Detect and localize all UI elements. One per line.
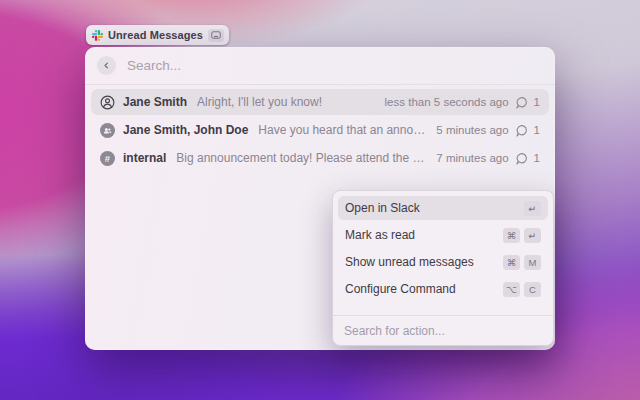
action-search-input[interactable]: Search for action... (333, 315, 553, 345)
message-preview: Have you heard that an announcement is c… (258, 123, 428, 137)
action-menu-items: Open in Slack ↵ Mark as read ⌘ ↵ Show un… (333, 191, 553, 309)
message-sender: internal (123, 151, 166, 165)
people-circle-icon (100, 123, 115, 138)
command-key-icon: ⌘ (503, 228, 520, 243)
speech-bubble-icon (515, 96, 528, 109)
channel-hash-icon: # (100, 151, 115, 166)
message-list: Jane Smith Alright, I'll let you know! l… (85, 85, 555, 177)
action-label: Show unread messages (345, 255, 474, 269)
back-button[interactable] (97, 56, 116, 75)
backspace-key-icon (208, 29, 224, 42)
message-row-jane-smith[interactable]: Jane Smith Alright, I'll let you know! l… (91, 89, 549, 115)
m-key: M (524, 255, 541, 270)
return-key-icon: ↵ (524, 201, 541, 216)
slack-logo-icon (92, 30, 103, 41)
action-label: Mark as read (345, 228, 415, 242)
unread-count: 1 (534, 152, 540, 164)
message-time: 5 minutes ago (436, 124, 508, 136)
person-circle-icon (100, 95, 115, 110)
action-menu: Open in Slack ↵ Mark as read ⌘ ↵ Show un… (332, 190, 554, 346)
c-key: C (524, 282, 541, 297)
unread-count: 1 (534, 124, 540, 136)
action-configure-command[interactable]: Configure Command ⌥ C (338, 277, 548, 301)
message-sender: Jane Smith (123, 95, 187, 109)
search-bar: Search... (85, 47, 555, 84)
command-key-icon: ⌘ (503, 255, 520, 270)
option-key-icon: ⌥ (503, 282, 520, 297)
message-sender: Jane Smith, John Doe (123, 123, 248, 137)
speech-bubble-icon (515, 124, 528, 137)
search-input[interactable]: Search... (127, 58, 181, 73)
return-key-icon: ↵ (524, 228, 541, 243)
speech-bubble-icon (515, 152, 528, 165)
action-mark-as-read[interactable]: Mark as read ⌘ ↵ (338, 223, 548, 247)
message-preview: Big announcement today! Please attend th… (176, 151, 428, 165)
message-preview: Alright, I'll let you know! (197, 95, 377, 109)
action-open-in-slack[interactable]: Open in Slack ↵ (338, 196, 548, 220)
action-show-unread-messages[interactable]: Show unread messages ⌘ M (338, 250, 548, 274)
command-tag-unread-messages[interactable]: Unread Messages (86, 25, 229, 45)
message-row-internal-channel[interactable]: # internal Big announcement today! Pleas… (91, 145, 549, 171)
unread-count: 1 (534, 96, 540, 108)
chevron-left-icon (102, 61, 111, 70)
action-label: Open in Slack (345, 201, 420, 215)
message-time: less than 5 seconds ago (385, 96, 509, 108)
message-row-jane-smith-john-doe[interactable]: Jane Smith, John Doe Have you heard that… (91, 117, 549, 143)
message-time: 7 minutes ago (436, 152, 508, 164)
command-tag-label: Unread Messages (108, 29, 203, 41)
action-label: Configure Command (345, 282, 456, 296)
